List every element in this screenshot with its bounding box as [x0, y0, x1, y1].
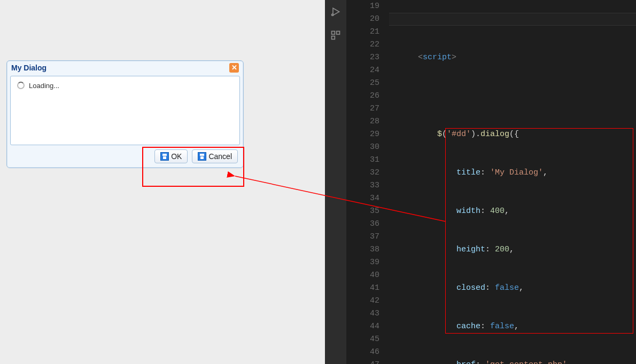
annotation-code-highlight	[445, 128, 633, 334]
line-number: 24	[346, 64, 379, 77]
line-number: 43	[346, 307, 379, 320]
svg-rect-2	[332, 31, 335, 35]
dialog-title: My Dialog	[11, 64, 46, 72]
cancel-button[interactable]: Cancel	[192, 149, 238, 163]
line-number: 37	[346, 231, 379, 243]
svg-point-1	[332, 14, 333, 15]
svg-marker-0	[333, 8, 339, 15]
dialog-footer: OK Cancel	[7, 145, 243, 168]
line-number: 39	[346, 256, 379, 269]
ok-button-label: OK	[171, 152, 182, 161]
svg-rect-4	[332, 36, 335, 39]
line-number: 47	[346, 359, 379, 364]
line-number: 28	[346, 115, 379, 128]
line-number: 25	[346, 77, 379, 90]
ok-button[interactable]: OK	[154, 149, 188, 163]
code-editor[interactable]: 1920212223242526272829303132333435363738…	[346, 0, 636, 364]
line-number: 27	[346, 102, 379, 115]
line-number: 30	[346, 141, 379, 154]
editor-pane: 1920212223242526272829303132333435363738…	[325, 0, 636, 364]
line-number: 41	[346, 282, 379, 295]
active-line-highlight	[389, 13, 636, 26]
line-number: 36	[346, 218, 379, 231]
loading-text: Loading...	[29, 82, 59, 90]
line-number: 40	[346, 269, 379, 282]
svg-rect-3	[337, 31, 340, 35]
line-number-gutter: 1920212223242526272829303132333435363738…	[346, 0, 389, 364]
run-debug-icon[interactable]	[329, 5, 342, 18]
close-icon[interactable]: ✕	[229, 63, 239, 73]
line-number: 45	[346, 333, 379, 346]
line-number: 33	[346, 179, 379, 192]
loading-spinner-icon	[17, 82, 25, 89]
line-number: 26	[346, 90, 379, 102]
cancel-button-label: Cancel	[208, 152, 232, 161]
line-number: 32	[346, 167, 379, 179]
line-number: 46	[346, 346, 379, 359]
extensions-icon[interactable]	[329, 29, 342, 42]
save-icon	[160, 152, 169, 161]
activity-bar	[325, 0, 346, 364]
dialog-body: Loading...	[10, 76, 240, 145]
save-icon	[198, 152, 206, 161]
line-number: 20	[346, 13, 379, 26]
dialog-header[interactable]: My Dialog ✕	[7, 61, 243, 76]
dialog-window: My Dialog ✕ Loading... OK Cancel	[6, 60, 244, 168]
line-number: 42	[346, 295, 379, 307]
line-number: 19	[346, 0, 379, 13]
line-number: 22	[346, 38, 379, 51]
line-number: 21	[346, 26, 379, 38]
line-number: 34	[346, 192, 379, 205]
line-number: 31	[346, 154, 379, 167]
line-number: 23	[346, 51, 379, 64]
code-content[interactable]: <script> $('#dd').dialog({ title: 'My Di…	[389, 0, 636, 364]
line-number: 38	[346, 243, 379, 256]
line-number: 35	[346, 205, 379, 218]
line-number: 29	[346, 128, 379, 141]
line-number: 44	[346, 320, 379, 333]
preview-pane: My Dialog ✕ Loading... OK Cancel	[0, 0, 325, 364]
